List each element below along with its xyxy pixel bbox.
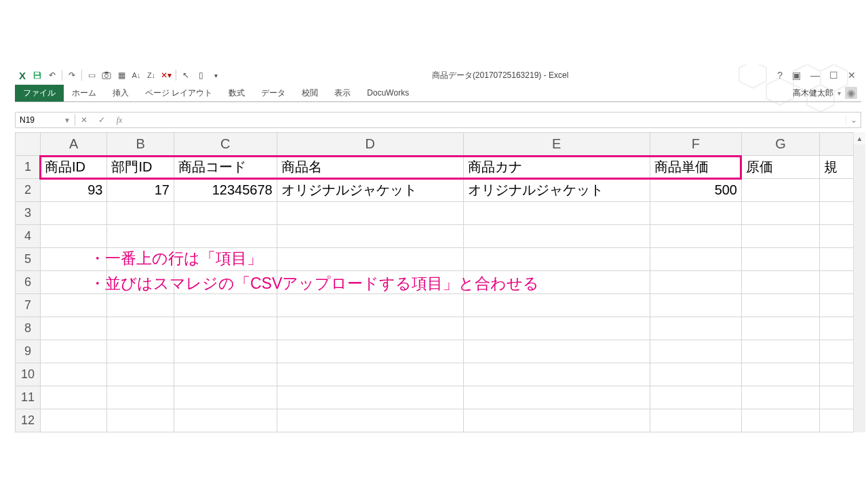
user-name[interactable]: 高木健太郎	[793, 87, 833, 99]
cell-E2[interactable]: オリジナルジャケット	[463, 179, 650, 202]
qat-more-icon[interactable]: ▾	[208, 72, 223, 79]
svg-rect-9	[104, 72, 108, 74]
row-header[interactable]: 2	[16, 179, 41, 202]
app-icon: X	[15, 70, 30, 81]
undo-icon[interactable]: ↶	[45, 70, 60, 80]
tab-insert[interactable]: 挿入	[104, 85, 137, 102]
col-header-B[interactable]: B	[107, 133, 174, 156]
cell-F1[interactable]: 商品単価	[650, 156, 741, 179]
svg-rect-7	[102, 73, 111, 79]
save-icon[interactable]	[30, 70, 45, 80]
tab-data[interactable]: データ	[253, 85, 294, 102]
fx-icon[interactable]: fx	[111, 115, 128, 125]
expand-formula-icon[interactable]: ⌄	[846, 115, 861, 125]
ribbon-collapse-icon[interactable]: ▣	[792, 70, 801, 81]
row-header[interactable]: 1	[16, 156, 41, 179]
row-header[interactable]: 10	[16, 363, 41, 386]
col-header-E[interactable]: E	[463, 133, 650, 156]
col-header-F[interactable]: F	[650, 133, 741, 156]
row-header[interactable]: 3	[16, 202, 41, 225]
row-header[interactable]: 11	[16, 386, 41, 409]
camera-icon[interactable]	[99, 71, 114, 79]
new-icon[interactable]: ▭	[84, 70, 99, 80]
cell-C2[interactable]: 12345678	[174, 179, 277, 202]
row-header[interactable]: 9	[16, 340, 41, 363]
cancel-formula-icon[interactable]: ✕	[75, 115, 93, 125]
clipboard-icon[interactable]: ▯	[193, 70, 208, 80]
svg-point-8	[104, 74, 108, 77]
col-header-D[interactable]: D	[277, 133, 463, 156]
cell-E1[interactable]: 商品カナ	[463, 156, 650, 179]
cursor-icon[interactable]: ↖	[178, 70, 193, 80]
row-header[interactable]: 5	[16, 248, 41, 271]
cell-D2[interactable]: オリジナルジャケット	[277, 179, 463, 202]
window-title: 商品データ(20170725163219) - Excel	[223, 70, 777, 81]
cell-B2[interactable]: 17	[107, 179, 174, 202]
sort-asc-icon[interactable]: A↓	[129, 71, 144, 79]
row-header[interactable]: 7	[16, 294, 41, 317]
scroll-up-icon[interactable]: ▲	[854, 132, 865, 144]
select-all-corner[interactable]	[16, 133, 41, 156]
formula-input[interactable]	[128, 119, 846, 121]
tab-view[interactable]: 表示	[326, 85, 359, 102]
row-header[interactable]: 8	[16, 317, 41, 340]
svg-rect-5	[35, 73, 39, 75]
cell-B1[interactable]: 部門ID	[107, 156, 174, 179]
cell-A2[interactable]: 93	[40, 179, 106, 202]
row-header[interactable]: 12	[16, 409, 41, 432]
cell-G1[interactable]: 原価	[742, 156, 820, 179]
cell-F2[interactable]: 500	[650, 179, 741, 202]
col-header-A[interactable]: A	[40, 133, 106, 156]
tab-formulas[interactable]: 数式	[220, 85, 253, 102]
tab-pagelayout[interactable]: ページ レイアウト	[137, 85, 220, 102]
avatar[interactable]: ◉	[845, 87, 857, 99]
tab-docuworks[interactable]: DocuWorks	[359, 85, 417, 100]
minimize-icon[interactable]: —	[810, 70, 820, 81]
tab-home[interactable]: ホーム	[64, 85, 104, 102]
cell-D1[interactable]: 商品名	[277, 156, 463, 179]
annotation-text: ・一番上の行は「項目」 ・並びはスマレジの「CSVアップロードする項目」と合わせ…	[90, 246, 539, 296]
clear-icon[interactable]: ✕▾	[159, 70, 174, 80]
name-box[interactable]: N19▼	[16, 114, 75, 126]
tab-file[interactable]: ファイル	[15, 85, 64, 102]
sort-desc-icon[interactable]: Z↓	[144, 71, 159, 79]
cell-C1[interactable]: 商品コード	[174, 156, 277, 179]
ribbon-tabs: ファイル ホーム 挿入 ページ レイアウト 数式 データ 校閲 表示 DocuW…	[15, 84, 861, 102]
redo-icon[interactable]: ↷	[64, 70, 79, 80]
tab-review[interactable]: 校閲	[294, 85, 326, 102]
vertical-scrollbar[interactable]: ▲	[853, 132, 865, 432]
col-header-C[interactable]: C	[174, 133, 277, 156]
calc-icon[interactable]: ▦	[114, 70, 129, 80]
svg-rect-6	[35, 76, 40, 79]
cell-G2[interactable]	[742, 179, 820, 202]
col-header-G[interactable]: G	[742, 133, 820, 156]
cell-A1[interactable]: 商品ID	[40, 156, 106, 179]
row-header[interactable]: 4	[16, 225, 41, 248]
accept-formula-icon[interactable]: ✓	[93, 115, 111, 125]
row-header[interactable]: 6	[16, 271, 41, 294]
help-icon[interactable]: ?	[777, 70, 783, 81]
close-icon[interactable]: ✕	[848, 70, 856, 81]
maximize-icon[interactable]: ☐	[829, 70, 838, 81]
